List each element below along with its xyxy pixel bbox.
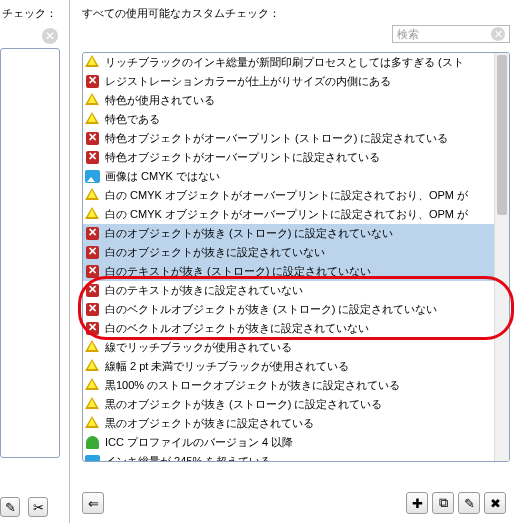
scroll-thumb[interactable]: [497, 55, 507, 215]
x-icon: [85, 74, 101, 89]
warn-icon: [85, 93, 101, 108]
list-item-label: 黒のオブジェクトが抜き (ストローク) に設定されている: [105, 397, 382, 412]
delete-icon: ✖: [490, 496, 501, 511]
list-item[interactable]: 線幅 2 pt 未満でリッチブラックが使用されている: [83, 357, 494, 376]
x-icon: [85, 302, 101, 317]
list-item-label: ICC プロファイルのバージョン 4 以降: [105, 435, 293, 450]
delete-button[interactable]: ✖: [484, 492, 506, 514]
search-input[interactable]: 検索 ✕: [392, 25, 510, 43]
list-item[interactable]: 白のオブジェクトが抜きに設定されていない: [83, 243, 494, 262]
search-placeholder: 検索: [397, 27, 419, 42]
list-item[interactable]: 白の CMYK オブジェクトがオーバープリントに設定されており、OPM が: [83, 205, 494, 224]
x-icon: [85, 264, 101, 279]
warn-icon: [85, 55, 101, 70]
list-item-label: 黒100% のストロークオブジェクトが抜きに設定されている: [105, 378, 400, 393]
scissors-icon: ✂: [33, 500, 44, 515]
warn-icon: [85, 397, 101, 412]
list-item-label: インキ総量が 245% を超えている: [105, 454, 271, 461]
clear-icon[interactable]: ✕: [42, 28, 58, 44]
list-item-label: 白のテキストが抜きに設定されていない: [105, 283, 303, 298]
list-item-label: 特色オブジェクトがオーバープリントに設定されている: [105, 150, 380, 165]
warn-icon: [85, 112, 101, 127]
left-listbox[interactable]: [0, 48, 60, 458]
warn-icon: [85, 359, 101, 374]
list-item-label: 白の CMYK オブジェクトがオーバープリントに設定されており、OPM が: [105, 188, 468, 203]
list-item[interactable]: 特色が使用されている: [83, 91, 494, 110]
clear-search-icon[interactable]: ✕: [491, 27, 505, 41]
plus-icon: ✚: [412, 496, 423, 511]
list-item-label: 特色が使用されている: [105, 93, 215, 108]
list-item-label: 白のベクトルオブジェクトが抜き (ストローク) に設定されていない: [105, 302, 437, 317]
x-icon: [85, 131, 101, 146]
edit-button[interactable]: ✎: [458, 492, 480, 514]
x-icon: [85, 283, 101, 298]
list-item-label: 白のベクトルオブジェクトが抜きに設定されていない: [105, 321, 369, 336]
list-item-label: 特色オブジェクトがオーバープリント (ストローク) に設定されている: [105, 131, 448, 146]
list-item-label: 画像は CMYK ではない: [105, 169, 220, 184]
left-panel-label: チェック：: [2, 6, 57, 21]
add-button[interactable]: ✚: [406, 492, 428, 514]
x-icon: [85, 321, 101, 336]
list-item[interactable]: 白のオブジェクトが抜き (ストローク) に設定されていない: [83, 224, 494, 243]
warn-icon: [85, 416, 101, 431]
list-item[interactable]: 白のベクトルオブジェクトが抜き (ストローク) に設定されていない: [83, 300, 494, 319]
list-item[interactable]: ICC プロファイルのバージョン 4 以降: [83, 433, 494, 452]
list-item[interactable]: 黒のオブジェクトが抜きに設定されている: [83, 414, 494, 433]
list-item-label: レジストレーションカラーが仕上がりサイズの内側にある: [105, 74, 391, 89]
warn-icon: [85, 188, 101, 203]
list-item-label: 特色である: [105, 112, 160, 127]
pencil-icon: ✎: [464, 496, 475, 511]
list-item-label: 白のオブジェクトが抜きに設定されていない: [105, 245, 325, 260]
pencil-icon: ✎: [5, 500, 16, 515]
list-item-label: 線幅 2 pt 未満でリッチブラックが使用されている: [105, 359, 349, 374]
list-item[interactable]: 特色である: [83, 110, 494, 129]
list-item[interactable]: リッチブラックのインキ総量が新聞印刷プロセスとしては多すぎる (スト: [83, 53, 494, 72]
list-item[interactable]: 白の CMYK オブジェクトがオーバープリントに設定されており、OPM が: [83, 186, 494, 205]
list-item[interactable]: 黒のオブジェクトが抜き (ストローク) に設定されている: [83, 395, 494, 414]
back-button[interactable]: ⇐: [82, 492, 104, 514]
list-item[interactable]: 特色オブジェクトがオーバープリント (ストローク) に設定されている: [83, 129, 494, 148]
panel-title: すべての使用可能なカスタムチェック：: [82, 6, 280, 21]
x-icon: [85, 226, 101, 241]
list-item-label: 白のテキストが抜き (ストローク) に設定されていない: [105, 264, 371, 279]
warn-icon: [85, 207, 101, 222]
x-icon: [85, 150, 101, 165]
list-item-label: 線でリッチブラックが使用されている: [105, 340, 292, 355]
list-item[interactable]: 黒100% のストロークオブジェクトが抜きに設定されている: [83, 376, 494, 395]
warn-icon: [85, 378, 101, 393]
list-item[interactable]: 白のテキストが抜き (ストローク) に設定されていない: [83, 262, 494, 281]
x-icon: [85, 245, 101, 260]
left-panel: チェック： ✕ ✎ ✂: [0, 0, 70, 523]
warn-icon: [85, 340, 101, 355]
left-edit-button[interactable]: ✎: [0, 497, 20, 517]
img-icon: [85, 454, 101, 461]
list-item[interactable]: 線でリッチブラックが使用されている: [83, 338, 494, 357]
checks-list-inner: リッチブラックのインキ総量が新聞印刷プロセスとしては多すぎる (ストレジストレー…: [83, 53, 494, 461]
right-panel: すべての使用可能なカスタムチェック： 検索 ✕ リッチブラックのインキ総量が新聞…: [78, 0, 520, 523]
list-item-label: 白のオブジェクトが抜き (ストローク) に設定されていない: [105, 226, 393, 241]
list-item[interactable]: 特色オブジェクトがオーバープリントに設定されている: [83, 148, 494, 167]
left-cut-button[interactable]: ✂: [28, 497, 48, 517]
bottom-toolbar: ⇐ ✚ ⧉ ✎ ✖: [82, 489, 510, 517]
duplicate-icon: ⧉: [439, 495, 448, 511]
left-toolbar: ✎ ✂: [0, 497, 52, 517]
list-item-label: 白の CMYK オブジェクトがオーバープリントに設定されており、OPM が: [105, 207, 468, 222]
img-icon: [85, 169, 101, 184]
list-item-label: リッチブラックのインキ総量が新聞印刷プロセスとしては多すぎる (スト: [105, 55, 464, 70]
list-item[interactable]: レジストレーションカラーが仕上がりサイズの内側にある: [83, 72, 494, 91]
list-item[interactable]: 画像は CMYK ではない: [83, 167, 494, 186]
scrollbar[interactable]: [494, 53, 509, 461]
list-item[interactable]: 白のテキストが抜きに設定されていない: [83, 281, 494, 300]
checks-listbox[interactable]: リッチブラックのインキ総量が新聞印刷プロセスとしては多すぎる (ストレジストレー…: [82, 52, 510, 462]
green-icon: [85, 435, 101, 450]
list-item-label: 黒のオブジェクトが抜きに設定されている: [105, 416, 314, 431]
list-item[interactable]: インキ総量が 245% を超えている: [83, 452, 494, 461]
duplicate-button[interactable]: ⧉: [432, 492, 454, 514]
list-item[interactable]: 白のベクトルオブジェクトが抜きに設定されていない: [83, 319, 494, 338]
back-icon: ⇐: [88, 496, 99, 511]
